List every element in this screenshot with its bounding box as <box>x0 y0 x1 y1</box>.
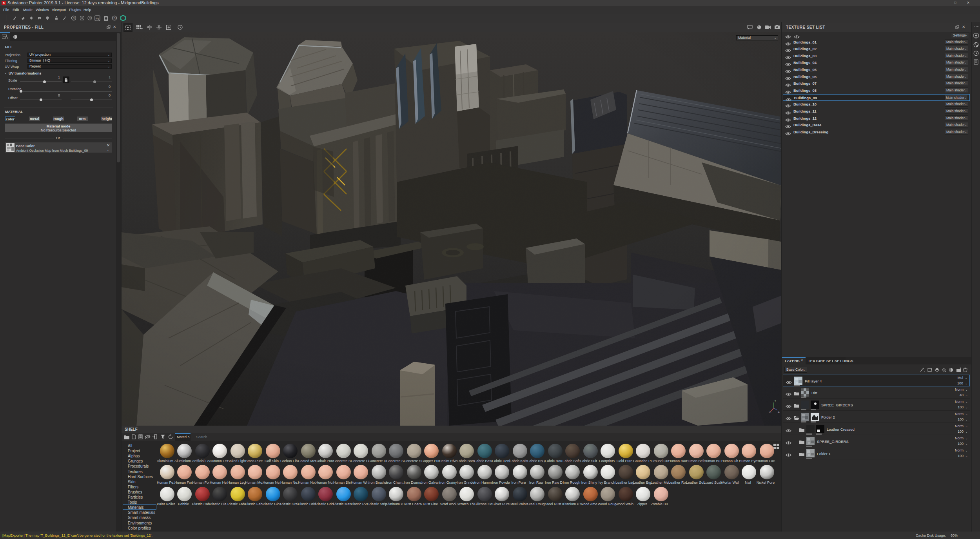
svg-text:Ps: Ps <box>96 17 99 20</box>
svg-text:S: S <box>89 17 91 20</box>
svg-text:S: S <box>73 16 74 20</box>
svg-text:S: S <box>3 2 5 5</box>
svg-text:S: S <box>113 16 115 20</box>
